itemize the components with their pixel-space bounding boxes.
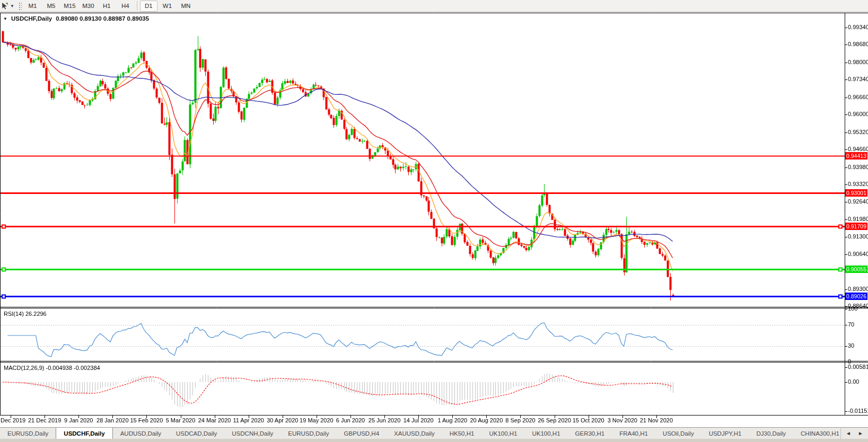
rsi-tick-label: 30 — [848, 342, 854, 349]
rsi-tick-label: 100 — [848, 305, 857, 312]
price-tick-label: 0.90640 — [848, 251, 868, 257]
cursor-tool-button[interactable]: ▼ — [0, 1, 16, 11]
price-tick-label: 0.99340 — [848, 24, 868, 30]
price-tick-label: 0.97340 — [848, 76, 868, 82]
timeframe-button-h1[interactable]: H1 — [98, 1, 116, 12]
tab-scroll-left-icon[interactable]: ◄ — [844, 430, 853, 436]
date-tick-label: 3 Dec 2019 — [0, 417, 25, 423]
date-tick-label: 20 Aug 2020 — [470, 417, 503, 423]
chart-tab-dj30-daily[interactable]: DJ30,Daily — [749, 428, 793, 439]
chart-collapse-icon[interactable]: ▼ — [3, 16, 7, 21]
macd-tick-label: 0.005818 — [848, 364, 868, 370]
price-tick-label: 0.89300 — [848, 286, 868, 292]
price-line-badge: 0.90055 — [845, 266, 867, 273]
price-tick-label: 0.95320 — [848, 129, 868, 135]
chart-tab-usdcnh-daily[interactable]: USDCNH,Daily — [224, 428, 280, 439]
window-bottom-strip — [0, 439, 868, 442]
macd-tick-label: -0.011514 — [848, 408, 868, 414]
date-tick-label: 5 Mar 2020 — [166, 417, 196, 423]
timeframe-button-d1[interactable]: D1 — [140, 1, 157, 12]
price-tick-label: 0.96000 — [848, 111, 868, 117]
date-tick-label: 3 Nov 2020 — [608, 417, 637, 423]
price-tick-label: 0.94660 — [848, 146, 868, 152]
chart-tab-xauusd-daily[interactable]: XAUUSD,Daily — [387, 428, 442, 439]
price-tick-label: 0.91980 — [848, 216, 868, 222]
chart-tab-ger30-h1[interactable]: GER30,H1 — [568, 428, 612, 439]
timeframe-button-m5[interactable]: M5 — [42, 1, 60, 12]
toolbar-grip[interactable] — [18, 2, 22, 10]
date-tick-label: 11 Apr 2020 — [233, 417, 264, 423]
date-tick-label: 6 Jun 2020 — [336, 417, 365, 423]
chart-symbol-label: USDCHF,Daily — [11, 15, 52, 22]
date-tick-label: 26 Sep 2020 — [538, 417, 571, 423]
date-tick-label: 15 Oct 2020 — [573, 417, 604, 423]
timeframe-button-m30[interactable]: M30 — [80, 1, 97, 12]
chart-tab-usoil-daily[interactable]: USOil,Daily — [655, 428, 702, 439]
chart-tab-uk100-h1[interactable]: UK100,H1 — [481, 428, 524, 439]
timeframe-button-w1[interactable]: W1 — [159, 1, 176, 12]
chart-tab-gbpusd-h4[interactable]: GBPUSD,H4 — [337, 428, 387, 439]
chart-tab-usdcad-daily[interactable]: USDCAD,Daily — [169, 428, 224, 439]
price-tick-label: 0.92640 — [848, 198, 868, 205]
price-chart-canvas[interactable] — [0, 12, 868, 427]
chart-tab-hk50-h1[interactable]: HK50,H1 — [442, 428, 482, 439]
macd-tick-label: 0.00 — [848, 378, 859, 385]
price-tick-label: 0.91300 — [848, 233, 868, 240]
date-tick-label: 21 Nov 2020 — [640, 417, 673, 423]
date-tick-label: 1 Aug 2020 — [437, 417, 467, 423]
timeframe-button-m1[interactable]: M1 — [24, 1, 41, 12]
mt4-terminal-window: ▼ M1M5M15M30H1H4D1W1MN ▼ USDCHF,Daily 0.… — [0, 0, 868, 442]
price-tick-label: 0.96660 — [848, 94, 868, 100]
date-tick-label: 28 Jan 2020 — [97, 417, 129, 423]
cursor-tool-dropdown-icon[interactable]: ▼ — [10, 4, 14, 8]
chart-tab-usdchf-daily[interactable]: USDCHF,Daily — [56, 427, 112, 439]
price-tick-label: 0.93980 — [848, 164, 868, 170]
date-tick-label: 9 Jan 2020 — [64, 417, 93, 423]
chart-tab-audusd-daily[interactable]: AUDUSD,Daily — [113, 428, 169, 439]
tab-scroll-arrows: ◄ ► — [840, 427, 868, 439]
date-tick-label: 15 Feb 2020 — [130, 417, 163, 423]
toolbar-divider — [137, 1, 137, 11]
chart-title: ▼ USDCHF,Daily 0.89080 0.89130 0.88987 0… — [3, 15, 149, 22]
price-line-badge: 0.93001 — [845, 189, 867, 197]
chart-cursor-icon — [1, 2, 8, 10]
timeframe-toolbar: ▼ M1M5M15M30H1H4D1W1MN — [0, 0, 868, 12]
price-line-badge: 0.89026 — [845, 293, 867, 300]
timeframe-button-m15[interactable]: M15 — [61, 1, 78, 12]
chart-ohlc-values: 0.89080 0.89130 0.88987 0.89035 — [56, 15, 149, 22]
timeframe-button-mn[interactable]: MN — [177, 1, 195, 12]
price-line-badge: 0.91709 — [845, 223, 867, 230]
chart-tab-usdjpy-h1[interactable]: USDJPY,H1 — [702, 428, 749, 439]
date-tick-label: 30 Apr 2020 — [267, 417, 298, 423]
chart-tab-bar: EURUSD,DailyUSDCHF,DailyAUDUSD,DailyUSDC… — [0, 427, 868, 439]
rsi-tick-label: 70 — [848, 321, 854, 328]
date-tick-label: 8 Sep 2020 — [505, 417, 535, 423]
chart-tab-eurusd-daily[interactable]: EURUSD,Daily — [280, 428, 336, 439]
chart-tab-fra40-h1[interactable]: FRA40,H1 — [612, 428, 655, 439]
timeframe-button-h4[interactable]: H4 — [117, 1, 134, 12]
rsi-label: RSI(14) 26.2296 — [4, 311, 47, 317]
date-tick-label: 21 Dec 2019 — [28, 417, 61, 423]
date-tick-label: 24 Mar 2020 — [198, 417, 231, 423]
macd-label: MACD(12,26,9) -0.004938 -0.002384 — [4, 365, 100, 371]
tab-scroll-right-icon[interactable]: ► — [856, 430, 865, 436]
price-tick-label: 0.98680 — [848, 41, 868, 47]
chart-tab-eurusd-daily[interactable]: EURUSD,Daily — [0, 428, 56, 439]
date-tick-label: 14 Jul 2020 — [404, 417, 434, 423]
chart-tab-uk100-h1[interactable]: UK100,H1 — [524, 428, 567, 439]
price-line-badge: 0.94413 — [845, 152, 867, 160]
date-tick-label: 19 May 2020 — [300, 417, 334, 423]
price-tick-label: 0.93320 — [848, 181, 868, 187]
date-tick-label: 25 Jun 2020 — [369, 417, 401, 423]
chart-tab-china300-h1[interactable]: CHINA300,H1 — [793, 428, 847, 439]
price-tick-label: 0.98000 — [848, 59, 868, 65]
